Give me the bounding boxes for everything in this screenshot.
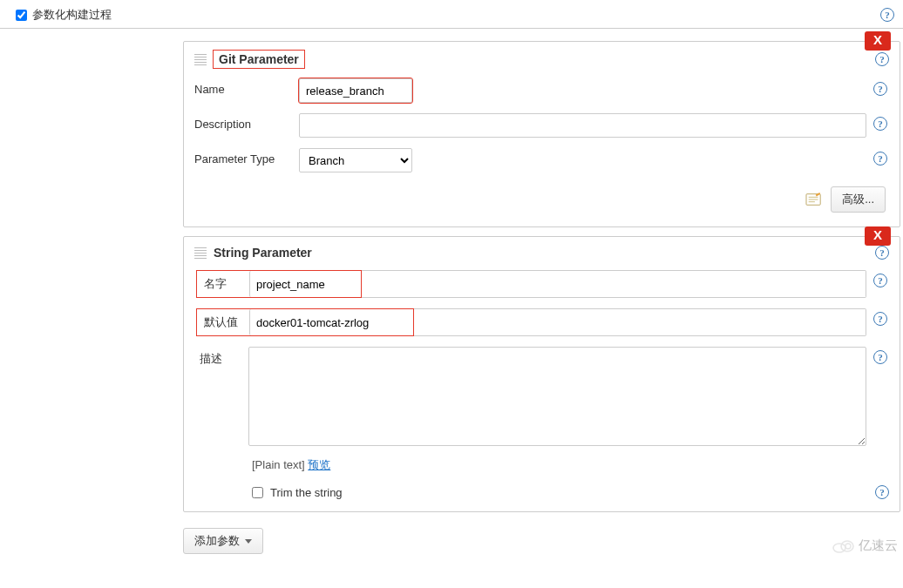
block-title: Git Parameter bbox=[214, 51, 304, 68]
parameter-type-label: Parameter Type bbox=[194, 148, 299, 166]
help-icon[interactable]: ? bbox=[875, 246, 889, 260]
notepad-icon bbox=[805, 192, 824, 207]
help-icon[interactable]: ? bbox=[875, 52, 889, 66]
description-label: 描述 bbox=[196, 347, 248, 367]
trim-string-label: Trim the string bbox=[270, 486, 343, 499]
drag-handle-icon[interactable] bbox=[194, 53, 207, 65]
help-icon[interactable]: ? bbox=[873, 117, 887, 131]
help-icon[interactable]: ? bbox=[873, 82, 887, 96]
section-header: 参数化构建过程 ? bbox=[0, 0, 903, 29]
description-label: Description bbox=[194, 113, 299, 131]
description-textarea[interactable] bbox=[248, 347, 866, 446]
add-parameter-button[interactable]: 添加参数 bbox=[183, 528, 263, 554]
delete-button[interactable]: X bbox=[865, 226, 891, 246]
plaintext-label: [Plain text] bbox=[252, 458, 308, 471]
help-icon[interactable]: ? bbox=[873, 274, 887, 287]
description-input[interactable] bbox=[299, 113, 866, 138]
name-input[interactable] bbox=[249, 271, 354, 297]
preview-link[interactable]: 预览 bbox=[308, 458, 330, 471]
help-icon[interactable]: ? bbox=[873, 152, 887, 166]
string-parameter-block: X String Parameter ? 名字 ? 默认值 bbox=[183, 236, 900, 512]
parameterized-build-checkbox[interactable] bbox=[16, 10, 27, 21]
parameter-type-select[interactable]: Branch bbox=[299, 148, 412, 172]
help-icon[interactable]: ? bbox=[875, 485, 889, 499]
help-icon[interactable]: ? bbox=[873, 312, 887, 326]
git-parameter-block: X Git Parameter ? Name ? Description ? bbox=[183, 41, 900, 227]
trim-string-checkbox[interactable] bbox=[252, 487, 263, 498]
block-title: String Parameter bbox=[214, 246, 312, 260]
name-input[interactable] bbox=[299, 78, 412, 103]
default-value-input-extension[interactable] bbox=[414, 308, 866, 336]
default-value-input[interactable] bbox=[249, 309, 406, 335]
section-title: 参数化构建过程 bbox=[32, 7, 112, 23]
left-spacer bbox=[0, 29, 183, 561]
default-label: 默认值 bbox=[197, 310, 249, 335]
advanced-button[interactable]: 高级... bbox=[831, 186, 886, 213]
drag-handle-icon[interactable] bbox=[194, 247, 207, 259]
name-input-extension[interactable] bbox=[362, 270, 866, 298]
help-icon[interactable]: ? bbox=[880, 8, 894, 22]
name-label: Name bbox=[194, 78, 299, 96]
name-label: 名字 bbox=[197, 272, 249, 296]
help-icon[interactable]: ? bbox=[873, 350, 887, 364]
delete-button[interactable]: X bbox=[865, 31, 891, 51]
